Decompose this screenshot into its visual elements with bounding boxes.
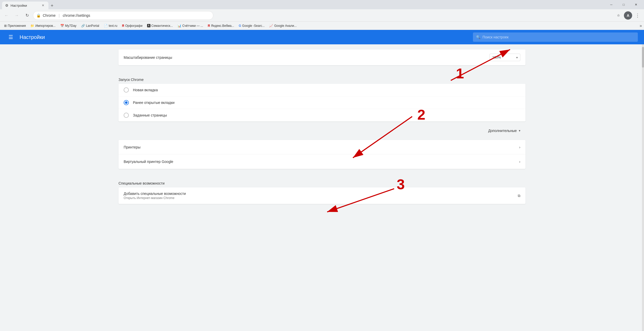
chrome-launch-card: Новая вкладка Ранее открытые вкладки Зад…	[118, 84, 526, 121]
radio-new-tab-row: Новая вкладка	[118, 84, 526, 96]
search-settings-input[interactable]	[482, 35, 635, 39]
radio-set-pages-row: Заданные страницы	[118, 109, 526, 121]
google-print-label: Виртуальный принтер Google	[124, 160, 519, 164]
bookmark-label: Яндекс.Вебма...	[211, 24, 234, 28]
scrollbar[interactable]	[642, 44, 644, 331]
refresh-button[interactable]: ↻	[23, 11, 31, 20]
security-icon: 🔒	[36, 13, 41, 18]
bookmark-yandex[interactable]: Я Яндекс.Вебма...	[206, 23, 236, 29]
add-accessibility-sublabel: Открыть Интернет-магазин Chrome	[124, 196, 518, 200]
page-scale-select-wrapper: 75% 90% 100% 110% 125% 150%	[489, 54, 520, 61]
printers-label: Принтеры	[124, 145, 519, 149]
bookmark-apps[interactable]: ⊞ Приложения	[2, 23, 28, 29]
bookmark-label: Импортиров...	[35, 24, 55, 28]
title-bar: ⚙ Настройки ✕ + ─ □ ✕	[0, 0, 644, 9]
bookmark-label: Счётчики — ...	[182, 24, 203, 28]
chevron-right-icon: ›	[519, 145, 520, 149]
scrollbar-thumb[interactable]	[642, 47, 644, 68]
chevron-right-icon-2: ›	[519, 160, 520, 164]
tabs-container: ⚙ Настройки ✕ +	[2, 0, 604, 9]
ya-icon: Я	[122, 24, 124, 28]
yandex-icon: Я	[208, 24, 210, 28]
address-divider: |	[59, 13, 60, 18]
google-print-row[interactable]: Виртуальный принтер Google ›	[118, 154, 526, 169]
bookmark-counters[interactable]: 📊 Счётчики — ...	[175, 23, 205, 29]
radio-prev-tabs[interactable]	[124, 100, 129, 105]
page-scale-label: Масштабирование страницы	[124, 55, 489, 60]
radio-set-pages[interactable]	[124, 113, 129, 118]
bookmark-textru[interactable]: 📄 text.ru	[102, 23, 119, 29]
chrome-launch-title: Запуск Chrome	[118, 71, 526, 84]
advanced-label: Дополнительные	[488, 129, 517, 133]
printers-section: Принтеры › Виртуальный принтер Google ›	[0, 140, 644, 169]
printers-card: Принтеры › Виртуальный принтер Google ›	[118, 140, 526, 169]
google-icon: G	[239, 24, 241, 28]
new-tab-button[interactable]: +	[48, 2, 56, 9]
maximize-button[interactable]: □	[618, 0, 630, 9]
back-button[interactable]: ←	[2, 11, 11, 20]
settings-page-title: Настройки	[20, 34, 45, 40]
nav-bar: ← → ↻ 🔒 Chrome | chrome://settings ☆ A ⋮	[0, 9, 644, 22]
content-area: Масштабирование страницы 75% 90% 100% 11…	[0, 44, 644, 331]
bookmark-google-analytics[interactable]: 📈 Google Анали...	[267, 23, 299, 29]
tab-icon: ⚙	[5, 3, 9, 7]
bookmark-semantics[interactable]: A Семантическ...	[145, 23, 175, 29]
advanced-link[interactable]: Дополнительные ▾	[118, 126, 526, 136]
chart-icon: 📊	[177, 24, 181, 28]
address-bar[interactable]: 🔒 Chrome | chrome://settings	[33, 11, 213, 20]
bookmark-my7day[interactable]: 📅 My7Day	[58, 23, 79, 29]
seo-icon: A	[147, 24, 150, 27]
add-accessibility-label: Добавить специальные возможности	[124, 192, 518, 196]
bookmark-label: Семантическ...	[151, 24, 173, 28]
bookmark-label: text.ru	[109, 24, 117, 28]
bookmark-orfografi[interactable]: Я Орфографи	[120, 23, 144, 29]
minimize-button[interactable]: ─	[605, 0, 617, 9]
radio-prev-tabs-label: Ранее открытые вкладки	[133, 101, 175, 105]
radio-new-tab-label: Новая вкладка	[133, 88, 158, 92]
address-brand: Chrome	[43, 13, 56, 18]
link-icon: 🔗	[81, 24, 85, 28]
address-path: chrome://settings	[63, 13, 90, 18]
more-menu-button[interactable]: ⋮	[633, 11, 642, 20]
radio-set-pages-label: Заданные страницы	[133, 113, 167, 117]
page-scale-select[interactable]: 75% 90% 100% 110% 125% 150%	[489, 54, 520, 61]
chevron-down-icon: ▾	[519, 129, 520, 133]
page-scale-row: Масштабирование страницы 75% 90% 100% 11…	[118, 49, 526, 65]
external-link-icon: ⧉	[518, 194, 520, 198]
hamburger-menu-button[interactable]: ☰	[6, 32, 15, 42]
tab-label: Настройки	[11, 4, 27, 7]
apps-icon: ⊞	[4, 24, 7, 28]
accessibility-title: Специальные возможности	[118, 175, 526, 187]
page-scale-control: 75% 90% 100% 110% 125% 150%	[489, 54, 520, 61]
accessibility-section: Специальные возможности Добавить специал…	[0, 175, 644, 204]
analytics-icon: 📈	[269, 24, 273, 28]
main-content: Масштабирование страницы 75% 90% 100% 11…	[0, 44, 644, 331]
calendar-icon: 📅	[60, 24, 64, 28]
bookmark-import[interactable]: 📁 Импортиров...	[28, 23, 57, 29]
chrome-launch-section: Запуск Chrome Новая вкладка Ранее открыт…	[0, 71, 644, 121]
advanced-section: Дополнительные ▾	[0, 126, 644, 136]
bookmark-label: Приложения	[8, 24, 26, 28]
printers-row[interactable]: Принтеры ›	[118, 140, 526, 154]
close-button[interactable]: ✕	[630, 0, 642, 9]
search-icon: 🔍	[476, 35, 480, 39]
star-button[interactable]: ☆	[614, 11, 623, 20]
bookmark-google-search[interactable]: G Google -Searc...	[237, 23, 267, 29]
add-accessibility-row[interactable]: Добавить специальные возможности Открыть…	[118, 187, 526, 204]
bookmark-label: Google -Searc...	[242, 24, 265, 28]
bookmark-lanportal[interactable]: 🔗 LanPortal	[79, 23, 101, 29]
accessibility-text-block: Добавить специальные возможности Открыть…	[124, 192, 518, 200]
nav-right-buttons: ☆ A ⋮	[614, 11, 642, 20]
settings-header: ☰ Настройки 🔍	[0, 30, 644, 44]
avatar-button[interactable]: A	[624, 11, 632, 20]
search-settings-box[interactable]: 🔍	[473, 32, 638, 42]
bookmarks-more-button[interactable]: »	[640, 23, 642, 28]
radio-new-tab[interactable]	[124, 87, 129, 93]
bookmark-label: Орфографи	[125, 24, 142, 28]
add-accessibility-inner: Добавить специальные возможности Открыть…	[124, 192, 520, 200]
active-tab[interactable]: ⚙ Настройки ✕	[2, 2, 48, 9]
bookmark-label: Google Анали...	[274, 24, 296, 28]
radio-prev-tabs-row: Ранее открытые вкладки	[118, 96, 526, 109]
forward-button[interactable]: →	[12, 11, 21, 20]
tab-close-button[interactable]: ✕	[41, 3, 45, 8]
